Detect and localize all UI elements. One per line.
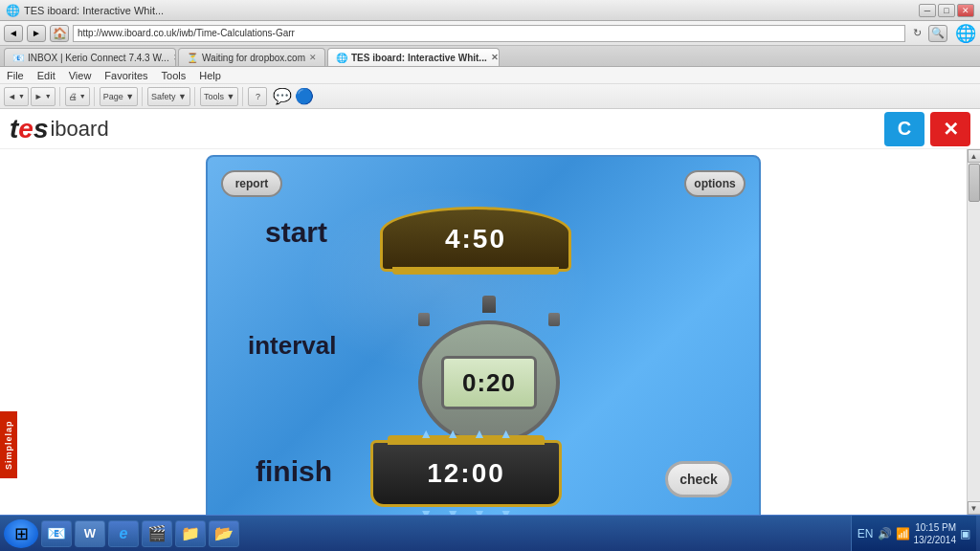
arrow-down-1[interactable]: ▼: [419, 506, 433, 515]
arrow-up-4[interactable]: ▲: [500, 426, 513, 441]
menu-favorites[interactable]: Favorites: [101, 70, 150, 81]
toolbar-group-tools: Tools ▼: [200, 87, 243, 106]
window-controls: ─ □ ✕: [919, 4, 974, 17]
arrow-down-4[interactable]: ▼: [500, 506, 513, 515]
taskbar-word[interactable]: W: [75, 520, 105, 547]
search-button[interactable]: 🔍: [928, 25, 947, 42]
menu-tools[interactable]: Tools: [159, 70, 189, 81]
media-icon: 🎬: [147, 524, 167, 542]
window-titlebar: 🌐 TES iboard: Interactive Whit... ─ □ ✕: [0, 0, 980, 21]
menu-edit[interactable]: Edit: [34, 70, 58, 81]
arrow-down-3[interactable]: ▼: [473, 506, 486, 515]
tab-dropbox[interactable]: ⏳ Waiting for dropbox.com ✕: [178, 48, 325, 66]
stopwatch-left-knob: [418, 313, 430, 326]
ie-brand-icon: 🌐: [955, 23, 976, 44]
check-button[interactable]: check: [665, 461, 732, 497]
menu-help[interactable]: Help: [196, 70, 224, 81]
clock-date: 13/2/2014: [914, 534, 957, 546]
app-header: tes iboard C ✕: [0, 109, 980, 149]
tab-tes-label: TES iboard: Interactive Whit...: [351, 53, 487, 63]
titlebar-left: 🌐 TES iboard: Interactive Whit...: [6, 4, 164, 17]
start-button[interactable]: ⊞: [4, 519, 38, 548]
finish-time-wrap: ▲ ▲ ▲ ▲ 12:00 ▼ ▼: [370, 440, 562, 507]
toolbar-print[interactable]: 🖨 ▼: [65, 87, 90, 106]
refresh-button[interactable]: ↻: [909, 25, 924, 42]
scroll-bar: ▲ ▼: [967, 149, 980, 515]
tab-dropbox-close[interactable]: ✕: [309, 53, 317, 62]
interval-label: interval: [248, 331, 337, 361]
clock-time: 10:15 PM: [914, 521, 957, 534]
iboard-text: iboard: [50, 117, 108, 142]
toolbar-fwd[interactable]: ► ▼: [31, 87, 56, 106]
window-title: TES iboard: Interactive Whit...: [24, 5, 164, 16]
taskbar-explorer[interactable]: 📁: [175, 520, 206, 547]
forward-button[interactable]: ►: [27, 25, 46, 42]
toolbar-safety-btn[interactable]: Safety ▼: [147, 87, 190, 106]
options-button[interactable]: options: [684, 170, 746, 197]
report-button[interactable]: report: [221, 170, 282, 197]
header-buttons: C ✕: [884, 112, 970, 146]
arrow-up-2[interactable]: ▲: [446, 426, 459, 441]
tab-inbox[interactable]: 📧 INBOX | Kerio Connect 7.4.3 W... ✕: [4, 48, 176, 66]
game-canvas: report options start 4:50: [206, 155, 761, 515]
menu-bar: File Edit View Favorites Tools Help: [0, 67, 980, 84]
word-icon: W: [84, 526, 96, 540]
outlook-icon: 📧: [47, 524, 66, 542]
toolbar-group-safety: Safety ▼: [147, 87, 195, 106]
stopwatch-right-knob: [548, 313, 560, 326]
toolbar-group-1: ◄ ▼ ► ▼: [4, 87, 60, 106]
simplelap-tab[interactable]: Simplelap: [0, 411, 17, 478]
full-layout: 🌐 TES iboard: Interactive Whit... ─ □ ✕ …: [0, 0, 980, 551]
game-area: report options start 4:50: [0, 149, 967, 515]
tray-network: 📶: [896, 527, 910, 540]
tray-speaker: 🔊: [878, 527, 892, 540]
tes-logo-text: tes: [10, 114, 48, 144]
address-bar[interactable]: [73, 25, 905, 42]
taskbar-media[interactable]: 🎬: [142, 520, 172, 547]
arrow-down-2[interactable]: ▼: [446, 506, 459, 515]
content-row: report options start 4:50: [0, 149, 980, 515]
tes-t: t: [10, 114, 18, 143]
clock-display: 10:15 PM 13/2/2014: [914, 521, 957, 546]
tab-inbox-close[interactable]: ✕: [173, 53, 176, 62]
scroll-down-arrow[interactable]: ▼: [968, 501, 981, 515]
browser-content: tes iboard C ✕ report: [0, 109, 980, 515]
taskbar-folder[interactable]: 📂: [209, 520, 239, 547]
minimize-button[interactable]: ─: [919, 4, 936, 17]
scroll-up-arrow[interactable]: ▲: [968, 149, 981, 163]
menu-file[interactable]: File: [4, 70, 27, 81]
home-button[interactable]: 🏠: [50, 25, 69, 42]
reload-button[interactable]: C: [884, 112, 924, 146]
toolbar-back[interactable]: ◄ ▼: [4, 87, 29, 106]
windows-icon: ⊞: [14, 523, 29, 544]
maximize-button[interactable]: □: [938, 4, 955, 17]
arrows-down: ▼ ▼ ▼ ▼: [419, 506, 512, 515]
taskbar-outlook[interactable]: 📧: [41, 520, 72, 547]
simplelap-label: Simplelap: [4, 420, 13, 470]
scroll-thumb[interactable]: [969, 164, 980, 202]
tab-tes[interactable]: 🌐 TES iboard: Interactive Whit... ✕: [327, 48, 500, 66]
toolbar-bt-icon: 🔵: [295, 87, 314, 105]
arrows-up: ▲ ▲ ▲ ▲: [419, 426, 512, 441]
tab-tes-close[interactable]: ✕: [491, 53, 499, 62]
arrow-up-3[interactable]: ▲: [473, 426, 486, 441]
menu-view[interactable]: View: [66, 70, 95, 81]
arrow-up-1[interactable]: ▲: [419, 426, 433, 441]
taskbar-ie[interactable]: e: [108, 520, 139, 547]
stopwatch-top-knob: [482, 296, 496, 313]
browser-nav: ◄ ► 🏠 ↻ 🔍 🌐: [0, 21, 980, 46]
browser-wrapper: 🌐 TES iboard: Interactive Whit... ─ □ ✕ …: [0, 0, 980, 515]
toolbar-page-btn[interactable]: Page ▼: [100, 87, 138, 106]
toolbar-help-btn[interactable]: ?: [248, 87, 267, 106]
window-close-button[interactable]: ✕: [957, 4, 974, 17]
ie-logo-icon: 🌐: [6, 4, 20, 17]
back-button[interactable]: ◄: [4, 25, 23, 42]
toolbar-tools-btn[interactable]: Tools ▼: [200, 87, 238, 106]
toolbar-skype-icon: 💬: [273, 87, 292, 105]
tes-e: e: [18, 114, 33, 143]
exit-button[interactable]: ✕: [930, 112, 970, 146]
interval-time-value: 0:20: [462, 368, 516, 398]
start-time-value: 4:50: [445, 224, 506, 254]
ie-toolbar: ◄ ▼ ► ▼ 🖨 ▼ Page ▼ Safety ▼ Tools ▼ ? 💬 …: [0, 84, 980, 109]
tes-s: s: [33, 114, 49, 143]
